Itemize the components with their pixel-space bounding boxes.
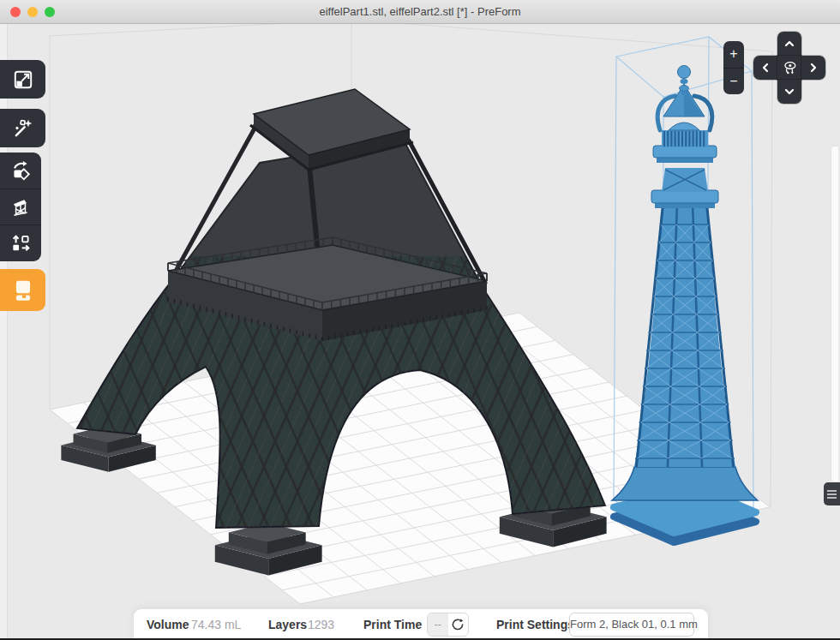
view-dpad: [753, 32, 825, 104]
print-button[interactable]: [0, 269, 45, 311]
hamburger-icon: [827, 490, 837, 492]
orbit-view-button[interactable]: [777, 56, 801, 80]
view-orbit-icon: [780, 58, 799, 77]
printer-icon: [12, 278, 34, 302]
print-time-label: Print Time: [363, 618, 422, 631]
pan-up-button[interactable]: [777, 32, 801, 56]
print-time-control: --: [427, 613, 469, 637]
rotate-icon: [9, 159, 32, 182]
chevron-up-icon: [783, 38, 795, 50]
print-settings-selector[interactable]: Form 2, Black 01, 0.1 mm: [569, 613, 694, 637]
tower-skirt: [612, 467, 758, 500]
print-time-refresh-button[interactable]: [448, 613, 469, 636]
parts-list-toggle-button[interactable]: [824, 482, 840, 505]
chevron-down-icon: [783, 86, 795, 98]
zoom-in-button[interactable]: +: [723, 41, 744, 68]
layers-label: Layers: [268, 618, 307, 631]
chevron-left-icon: [759, 62, 771, 74]
chevron-right-icon: [807, 62, 819, 74]
tool-group: [0, 153, 41, 261]
refresh-icon: [451, 618, 465, 631]
supports-tool-button[interactable]: [0, 188, 41, 224]
size-tool-button[interactable]: [0, 60, 45, 99]
volume-value: 74.43 mL: [191, 618, 241, 631]
layers-value: 1293: [308, 618, 334, 631]
finial-ball: [678, 66, 691, 79]
right-panel-scrollbar[interactable]: [831, 146, 838, 482]
zoom-panel: + −: [723, 41, 744, 94]
zoom-out-button[interactable]: −: [723, 68, 744, 94]
print-settings-label: Print Settings: [496, 618, 574, 631]
magic-wand-icon: [12, 117, 34, 140]
volume-label: Volume: [147, 618, 189, 631]
orientation-tool-button[interactable]: [0, 153, 41, 188]
print-time-value: --: [428, 613, 448, 636]
pan-right-button[interactable]: [801, 56, 825, 80]
status-bar: Volume 74.43 mL Layers 1293 Print Time -…: [133, 608, 709, 640]
layout-tool-button[interactable]: [0, 224, 41, 260]
titlebar[interactable]: eiffelPart1.stl, eiffelPart2.stl [*] - P…: [0, 0, 840, 24]
one-click-print-button[interactable]: [0, 109, 45, 147]
pan-left-button[interactable]: [753, 56, 777, 80]
layout-icon: [9, 232, 32, 254]
pan-down-button[interactable]: [777, 80, 801, 104]
window-title: eiffelPart1.stl, eiffelPart2.stl [*] - P…: [0, 5, 840, 18]
viewport-3d-scene[interactable]: [0, 0, 840, 640]
resize-icon: [12, 69, 34, 91]
supports-icon: [9, 196, 32, 218]
